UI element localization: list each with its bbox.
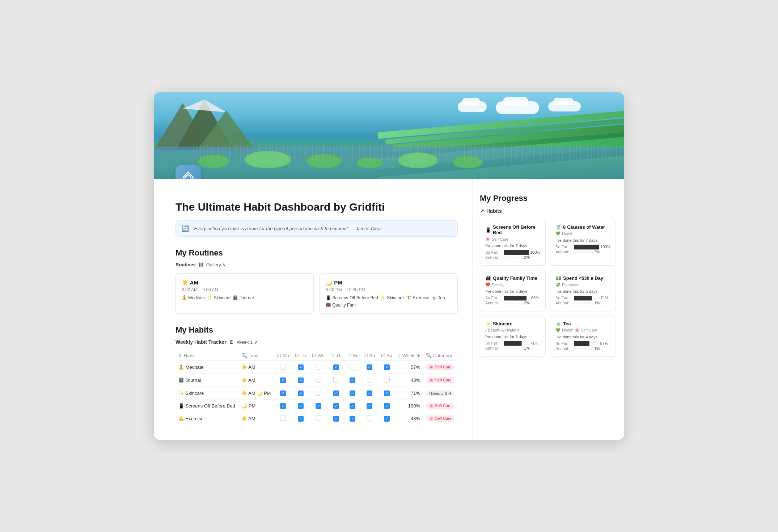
annual-pct: 1% <box>524 346 530 350</box>
day-fr[interactable] <box>344 361 360 374</box>
habit-name: 🧘 Meditate <box>176 361 238 374</box>
day-fr[interactable]: ✓ <box>344 374 360 387</box>
so-far-bar-filled: ██████████ <box>504 250 529 254</box>
day-sa[interactable]: ✓ <box>361 387 378 400</box>
day-we[interactable] <box>309 374 327 387</box>
habit-card-tea-title: 🍵 Tea <box>555 321 610 326</box>
routine-card-pm-title: 🌙 PM <box>326 279 452 286</box>
day-su[interactable]: ✓ <box>378 387 396 400</box>
so-far-label: So Far: <box>555 245 573 249</box>
habit-card-skincare-category: / Beauty & Hygiene <box>485 328 540 332</box>
habit-card-water-category: 💚 Health <box>555 231 610 236</box>
annual-pct: 2% <box>524 255 530 259</box>
day-we[interactable] <box>309 361 327 374</box>
habits-section: My Habits Weekly Habit Tracker 🗓 Week 1 … <box>176 325 458 425</box>
day-we[interactable] <box>309 412 327 425</box>
habit-card-water-days: I've done this for 7 days <box>555 238 610 242</box>
annual-bar-empty: ○○○○○○○○○ <box>574 250 593 254</box>
day-mo[interactable] <box>274 361 292 374</box>
day-fr[interactable]: ✓ <box>344 412 360 425</box>
day-fr[interactable]: ✓ <box>344 400 360 412</box>
right-panel: My Progress ↗ Habits 📱 Screens Off Befor… <box>472 179 624 440</box>
habit-card-skincare: ✨ Skincare / Beauty & Hygiene I've done … <box>480 316 546 357</box>
annual-label: Annual: <box>555 250 573 254</box>
day-mo[interactable]: ✓ <box>274 400 292 412</box>
day-tu[interactable]: ✓ <box>292 374 309 387</box>
day-sa[interactable] <box>361 374 378 387</box>
day-sa[interactable] <box>361 412 378 425</box>
col-time: 🔍 Time <box>238 351 274 361</box>
day-mo[interactable] <box>274 412 292 425</box>
habit-category: / Beauty & H <box>423 387 458 400</box>
habit-card-tea-days: I've done this for 4 days <box>555 335 610 339</box>
annual-row: Annual: ○○○○○○○○○ 1% <box>555 301 610 305</box>
day-mo[interactable]: ✓ <box>274 374 292 387</box>
annual-label: Annual: <box>485 301 503 305</box>
day-su[interactable] <box>378 374 396 387</box>
day-tu[interactable]: ✓ <box>292 412 309 425</box>
category-tag: / Beauty & H <box>426 390 454 396</box>
day-mo[interactable]: ✓ <box>274 387 292 400</box>
habit-category: 🌸 Self Care <box>423 400 458 412</box>
routine-cards: ☀️ AM 8:00 AM – 9:00 AM 🧘 Meditate ✨ Ski… <box>176 273 458 314</box>
annual-row: Annual: ○○○○○○○○○ 2% <box>555 250 610 254</box>
col-su: ☑ Su <box>378 351 396 361</box>
table-row: 💪 Exercise ☀️ AM ✓ ✓ ✓ ✓ 43% 🌸 Self Care <box>176 412 458 425</box>
so-far-row: So Far: ███████□□□ 71% <box>485 341 540 345</box>
day-su[interactable]: ✓ <box>378 412 396 425</box>
gallery-view-btn[interactable]: Gallery ∨ <box>206 262 226 267</box>
day-th[interactable]: ✓ <box>327 400 344 412</box>
annual-row: Annual: ○○○○○○○○○ 1% <box>485 346 540 350</box>
col-fr: ☑ Fr <box>344 351 360 361</box>
day-tu[interactable]: ✓ <box>292 400 309 412</box>
day-sa[interactable]: ✓ <box>361 361 378 374</box>
routine-card-pm: 🌙 PM 8:00 PM – 10:30 PM 📱 Screens Off Be… <box>320 273 458 314</box>
day-tu[interactable]: ✓ <box>292 387 309 400</box>
habit-card-water-title: 🥤 8 Glasses of Water <box>555 224 610 230</box>
day-th[interactable]: ✓ <box>327 412 344 425</box>
day-tu[interactable]: ✓ <box>292 361 309 374</box>
routines-header-label: Routines <box>176 262 196 267</box>
so-far-bar-empty: □ <box>528 296 530 300</box>
habit-card-skincare-progress: So Far: ███████□□□ 71% Annual: ○○○○○○○○○… <box>485 341 540 350</box>
habit-card-spend-progress: So Far: ███████□□□ 71% Annual: ○○○○○○○○○… <box>555 296 610 305</box>
routines-section-title: My Routines <box>176 248 458 258</box>
water-icon: 🥤 <box>555 224 561 230</box>
annual-pct: 1% <box>594 301 600 305</box>
routine-tag-meditate: 🧘 Meditate <box>182 295 205 300</box>
tea-health-icon: 💚 <box>555 328 561 333</box>
finances-icon: 💸 <box>555 282 561 287</box>
day-we[interactable] <box>309 387 327 400</box>
annual-row: Annual: ○○○○○○○○○ 1% <box>555 346 610 351</box>
so-far-pct: 71% <box>601 296 609 300</box>
so-far-row: So Far: █████████□ 86% <box>485 296 540 300</box>
app-window: The Ultimate Habit Dashboard by Gridfiti… <box>154 92 624 440</box>
week-pct: 71% <box>396 387 423 400</box>
so-far-row: So Far: ██████□□□□ 57% <box>555 341 610 346</box>
col-pct: Σ Week % <box>396 351 423 361</box>
day-su[interactable]: ✓ <box>378 400 396 412</box>
category-tag: 🌸 Self Care <box>426 377 454 383</box>
annual-bar-empty: ○○○○○○○○○ <box>504 301 523 305</box>
day-we[interactable]: ✓ <box>309 400 327 412</box>
habit-name: 📓 Journal <box>176 374 238 387</box>
day-th[interactable] <box>327 374 344 387</box>
day-th[interactable]: ✓ <box>327 387 344 400</box>
routine-tag-family: 🐻 Quality Fam <box>326 303 356 308</box>
day-fr[interactable]: ✓ <box>344 387 360 400</box>
routine-tag-skincare-pm: ✨ Skincare <box>380 295 404 300</box>
week-pct: 43% <box>396 374 423 387</box>
day-sa[interactable]: ✓ <box>361 400 378 412</box>
quote-box: 🔄 "Every action you take is a vote for t… <box>176 220 458 237</box>
gallery-chevron-icon: ∨ <box>223 262 226 267</box>
day-su[interactable]: ✓ <box>378 361 396 374</box>
money-icon: 💵 <box>555 275 561 281</box>
self-care-icon: 🌸 <box>485 237 490 241</box>
week-selector-btn[interactable]: Week 1 ∨ <box>237 339 258 345</box>
annual-bar-empty: ○○○○○○○○○ <box>504 255 523 259</box>
habit-category: 🌸 Self Care <box>423 361 458 374</box>
annual-label: Annual: <box>485 255 503 259</box>
day-th[interactable]: ✓ <box>327 361 344 374</box>
screens-icon: 📱 <box>485 227 491 233</box>
table-row: 📱 Screens Off Before Bed 🌙 PM ✓ ✓ ✓ ✓ ✓ … <box>176 400 458 412</box>
